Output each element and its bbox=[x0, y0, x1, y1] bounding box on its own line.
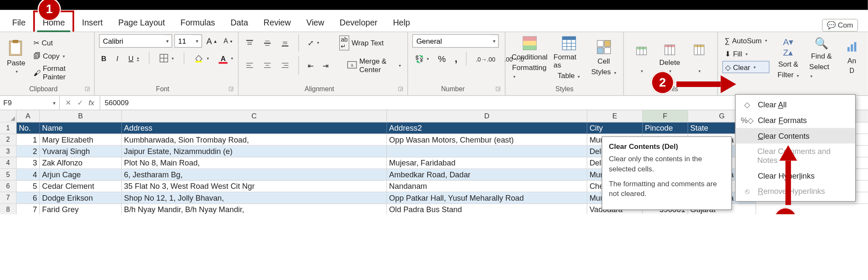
menu-clear-all[interactable]: ◇ Clear All bbox=[736, 97, 855, 113]
wrap-text-button[interactable]: ab↵ Wrap Text bbox=[337, 34, 386, 51]
cut-button[interactable]: ✂ Cut bbox=[31, 36, 89, 49]
cell[interactable]: 35 Flat No 3, West Road West Cit Ngr bbox=[122, 181, 387, 192]
underline-button[interactable]: U▾ bbox=[126, 52, 142, 64]
merge-center-button[interactable]: a Merge & Center▾ bbox=[345, 56, 403, 75]
cell[interactable]: B/h Nyay Mandir, B/h Nyay Mandir, bbox=[122, 204, 387, 214]
row-head[interactable]: 4 bbox=[0, 157, 17, 169]
fill-button[interactable]: ⬇Fill▾ bbox=[723, 48, 770, 60]
cell[interactable]: Address2 bbox=[387, 123, 587, 134]
row-head[interactable]: 1 bbox=[0, 123, 17, 134]
tab-insert[interactable]: Insert bbox=[74, 12, 111, 32]
cell[interactable]: Cedar Clement bbox=[40, 181, 122, 192]
menu-clear-contents[interactable]: Clear Contents bbox=[736, 128, 855, 144]
align-top-icon[interactable] bbox=[243, 37, 256, 49]
italic-button[interactable]: I bbox=[114, 52, 120, 64]
number-format-select[interactable]: ▾ bbox=[412, 34, 499, 48]
cell[interactable]: 6, Jestharam Bg, bbox=[122, 169, 387, 180]
increase-decimal-icon[interactable]: .0→.00 bbox=[473, 53, 498, 65]
col-head-A[interactable]: A bbox=[17, 110, 40, 122]
accounting-format-button[interactable]: 💱▾ bbox=[412, 53, 431, 65]
font-name-select[interactable]: ▾ bbox=[99, 34, 172, 48]
cell[interactable]: 7 bbox=[17, 204, 40, 214]
insert-cells-button[interactable]: ▾ bbox=[629, 34, 655, 81]
decrease-indent-icon[interactable]: ⇤ bbox=[305, 59, 316, 72]
dialog-launcher-icon[interactable]: ◲ bbox=[85, 85, 90, 91]
cell[interactable]: 6 bbox=[17, 192, 40, 204]
cell[interactable]: Name bbox=[40, 123, 122, 134]
tab-developer[interactable]: Developer bbox=[332, 12, 385, 32]
col-head-F[interactable]: F bbox=[643, 110, 688, 122]
cell[interactable]: Pincode bbox=[643, 123, 688, 134]
align-left-icon[interactable] bbox=[243, 59, 256, 72]
dialog-launcher-icon[interactable]: ◲ bbox=[495, 85, 501, 91]
row-head[interactable]: 3 bbox=[0, 146, 17, 157]
col-head-C[interactable]: C bbox=[122, 110, 387, 122]
align-middle-icon[interactable] bbox=[261, 37, 274, 49]
borders-button[interactable]: ▾ bbox=[157, 52, 176, 64]
cell[interactable]: Kumbharwada, Sion Trombay Road, bbox=[122, 134, 387, 146]
col-head-E[interactable]: E bbox=[587, 110, 643, 122]
name-box[interactable]: F9▾ bbox=[0, 96, 60, 110]
decrease-font-icon[interactable]: A▾ bbox=[221, 35, 234, 47]
cell[interactable]: Dodge Erikson bbox=[40, 192, 122, 204]
cell[interactable]: Opp Patkar Hall, Yusuf Meharally Road bbox=[387, 192, 587, 204]
cell[interactable]: Arjun Cage bbox=[40, 169, 122, 180]
format-as-table-button[interactable]: Format as Table ▾ bbox=[551, 34, 586, 81]
cell[interactable]: No. bbox=[17, 123, 40, 134]
tab-formulas[interactable]: Formulas bbox=[172, 12, 223, 32]
autosum-button[interactable]: ∑AutoSum▾ bbox=[723, 34, 770, 47]
cell[interactable]: Old Padra Bus Stand bbox=[387, 204, 587, 214]
cell[interactable]: 3 bbox=[17, 157, 40, 169]
row-head[interactable]: 7 bbox=[0, 192, 17, 204]
cell-styles-button[interactable]: Cell Styles ▾ bbox=[588, 34, 619, 81]
row-head[interactable]: 2 bbox=[0, 134, 17, 146]
cell[interactable]: Shop No 12, 1, Jolly Bhavan, bbox=[122, 192, 387, 204]
font-size-select[interactable]: ▾ bbox=[174, 34, 202, 48]
paste-button[interactable]: Paste ▾ bbox=[4, 34, 28, 78]
cell[interactable]: Mujesar, Faridabad bbox=[387, 157, 587, 169]
percent-button[interactable]: % bbox=[436, 53, 448, 65]
enter-icon[interactable]: ✓ bbox=[77, 98, 83, 107]
format-painter-button[interactable]: 🖌 Format Painter bbox=[31, 63, 89, 82]
align-right-icon[interactable] bbox=[278, 59, 292, 72]
cell[interactable]: Farid Grey bbox=[40, 204, 122, 214]
align-bottom-icon[interactable] bbox=[278, 37, 292, 49]
cell[interactable]: Plot No 8, Main Road, bbox=[122, 157, 387, 169]
cell[interactable]: Nandanam bbox=[387, 181, 587, 192]
align-center-icon[interactable] bbox=[261, 59, 274, 72]
tab-page-layout[interactable]: Page Layout bbox=[111, 12, 173, 32]
cell[interactable]: City bbox=[587, 123, 643, 134]
col-head-B[interactable]: B bbox=[40, 110, 122, 122]
tab-review[interactable]: Review bbox=[256, 12, 299, 32]
clear-button[interactable]: ◇Clear▾ bbox=[723, 61, 770, 73]
cell[interactable]: 5 bbox=[17, 181, 40, 192]
comments-button[interactable]: 💬 Com bbox=[822, 19, 858, 31]
dialog-launcher-icon[interactable]: ◲ bbox=[398, 85, 403, 91]
cell[interactable]: 4 bbox=[17, 169, 40, 180]
cell[interactable]: Opp Wasan Motors, Chembur (east) bbox=[387, 134, 587, 146]
cell[interactable]: Address bbox=[122, 123, 387, 134]
sort-filter-button[interactable]: A▾Z▴ Sort & Filter ▾ bbox=[774, 34, 803, 81]
row-head[interactable]: 5 bbox=[0, 169, 17, 180]
copy-button[interactable]: 🗐 Copy ▾ bbox=[31, 50, 89, 62]
row-head[interactable]: 8 bbox=[0, 204, 17, 214]
comma-button[interactable]: , bbox=[453, 52, 460, 66]
tab-data[interactable]: Data bbox=[223, 12, 256, 32]
tab-help[interactable]: Help bbox=[385, 12, 418, 32]
find-select-button[interactable]: 🔍 Find & Select ▾ bbox=[807, 34, 836, 81]
row-head[interactable]: 6 bbox=[0, 181, 17, 192]
font-color-button[interactable]: A ▾ bbox=[217, 52, 235, 64]
cell[interactable] bbox=[387, 146, 587, 157]
orientation-button[interactable]: ⤢▾ bbox=[306, 37, 322, 49]
select-all-triangle[interactable] bbox=[0, 110, 17, 122]
tab-file[interactable]: File bbox=[4, 12, 33, 32]
tab-view[interactable]: View bbox=[298, 12, 332, 32]
analyze-button[interactable]: An D bbox=[840, 34, 864, 81]
menu-clear-formats[interactable]: %◇ Clear Formats bbox=[736, 112, 855, 128]
cell[interactable]: Jaipur Estate, Nizammuddin (e) bbox=[122, 146, 387, 157]
fx-icon[interactable]: fx bbox=[89, 98, 94, 107]
increase-indent-icon[interactable]: ⇥ bbox=[320, 59, 331, 72]
bold-button[interactable]: B bbox=[99, 52, 109, 64]
cell[interactable]: 2 bbox=[17, 146, 40, 157]
cancel-icon[interactable]: ✕ bbox=[65, 98, 71, 107]
